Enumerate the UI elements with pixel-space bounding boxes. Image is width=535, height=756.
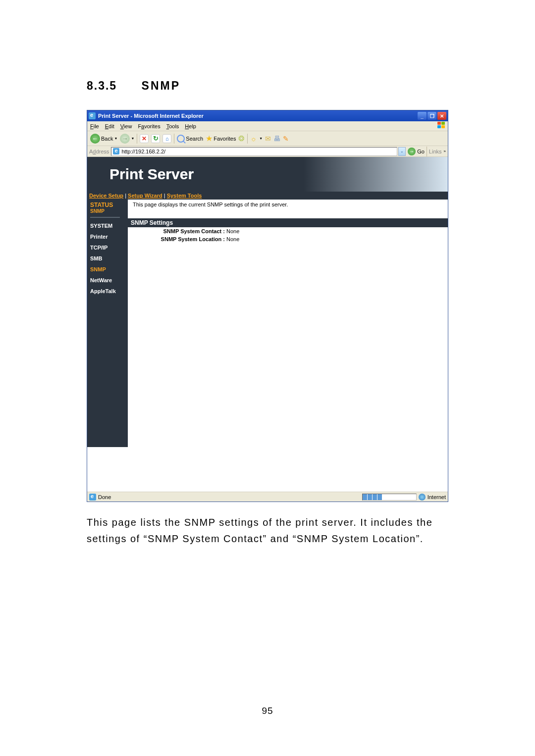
go-button[interactable]: → Go — [406, 148, 427, 155]
back-button[interactable]: ← Back ▼ — [90, 134, 117, 144]
contact-label: SNMP System Contact : — [131, 228, 225, 234]
status-right: Internet — [362, 494, 446, 501]
top-nav: Device Setup | Setup Wizard | System Too… — [87, 192, 448, 200]
separator-icon — [137, 134, 137, 144]
favorites-button[interactable]: ★ Favorites — [206, 134, 236, 143]
minimize-button[interactable]: _ — [418, 112, 427, 120]
description-text: This page displays the current SNMP sett… — [128, 200, 448, 209]
sidebar-item-tcpip[interactable]: TCP/IP — [90, 245, 125, 251]
menu-favorites[interactable]: Favorites — [138, 123, 160, 129]
close-button[interactable]: ✕ — [437, 112, 446, 120]
banner: Print Server — [87, 157, 448, 192]
section-heading: 8.3.5 SNMP — [87, 79, 471, 93]
search-icon — [177, 135, 185, 143]
window-titlebar: Print Server - Microsoft Internet Explor… — [87, 110, 448, 121]
edit-icon[interactable]: ✎ — [283, 135, 289, 143]
address-dropdown[interactable]: ⌄ — [398, 147, 406, 156]
caption-text: This page lists the SNMP settings of the… — [87, 514, 443, 547]
browser-window: Print Server - Microsoft Internet Explor… — [87, 110, 448, 502]
sidebar-item-snmp[interactable]: SNMP — [90, 266, 125, 272]
sidebar-header-status: STATUS — [90, 202, 125, 208]
print-icon[interactable]: 🖶 — [273, 135, 280, 143]
sidebar-item-printer[interactable]: Printer — [90, 234, 125, 240]
banner-title: Print Server — [109, 166, 194, 183]
forward-button[interactable]: →▼ — [120, 134, 134, 144]
main-area: STATUS SNMP SYSTEM Printer TCP/IP SMB SN… — [87, 200, 448, 447]
maximize-button[interactable]: ❐ — [428, 112, 436, 120]
home-button[interactable]: ⌂ — [162, 134, 171, 143]
window-buttons: _ ❐ ✕ — [418, 112, 446, 120]
menu-tools[interactable]: Tools — [166, 123, 179, 129]
sidebar: STATUS SNMP SYSTEM Printer TCP/IP SMB SN… — [87, 200, 128, 447]
menu-file[interactable]: File — [90, 123, 99, 129]
page-icon — [113, 148, 119, 154]
menu-bar: File Edit View Favorites Tools Help — [87, 121, 448, 131]
toolbar: ← Back ▼ →▼ ✕ ↻ ⌂ Search ★ Favorites ❂ ☼… — [87, 131, 448, 146]
links-label[interactable]: Links — [427, 149, 444, 154]
menu-edit[interactable]: Edit — [105, 123, 114, 129]
nav-system-tools[interactable]: System Tools — [167, 193, 202, 199]
titlebar-left: Print Server - Microsoft Internet Explor… — [89, 112, 204, 119]
menu-help[interactable]: Help — [185, 123, 196, 129]
history-icon[interactable]: ❂ — [238, 134, 245, 143]
content-pane: This page displays the current SNMP sett… — [128, 200, 448, 447]
row-location: SNMP System Location : None — [128, 235, 448, 243]
heading-title: SNMP — [142, 79, 180, 92]
go-icon: → — [408, 148, 416, 155]
blank-area — [87, 447, 448, 492]
windows-logo-icon — [437, 122, 446, 130]
address-input[interactable]: http://192.168.2.2/ — [111, 147, 397, 156]
sidebar-item-netware[interactable]: NetWare — [90, 277, 125, 283]
page-icon — [89, 494, 96, 501]
separator-icon — [174, 134, 174, 144]
chevron-icon[interactable]: » — [444, 149, 448, 153]
page-content: Print Server Device Setup | Setup Wizard… — [87, 157, 448, 492]
sidebar-item-system[interactable]: SYSTEM — [90, 223, 125, 229]
address-label: Address — [87, 149, 111, 154]
refresh-button[interactable]: ↻ — [151, 134, 160, 143]
status-left: Done — [89, 494, 111, 501]
search-label: Search — [186, 136, 203, 142]
sidebar-divider — [90, 217, 120, 218]
status-done: Done — [98, 494, 111, 500]
back-label: Back — [101, 136, 113, 142]
search-button[interactable]: Search — [177, 135, 203, 143]
location-value: None — [226, 236, 239, 242]
address-bar: Address http://192.168.2.2/ ⌄ → Go Links… — [87, 146, 448, 157]
go-label: Go — [417, 149, 425, 154]
mail-icon[interactable]: ✉ — [265, 135, 271, 143]
location-label: SNMP System Location : — [131, 236, 225, 242]
row-contact: SNMP System Contact : None — [128, 227, 448, 235]
ie-icon — [89, 112, 96, 119]
section-header: SNMP Settings — [128, 218, 448, 227]
stop-button[interactable]: ✕ — [140, 134, 149, 143]
menu-view[interactable]: View — [120, 123, 132, 129]
sidebar-header-sub: SNMP — [90, 208, 125, 214]
page-number: 95 — [262, 706, 273, 716]
url-text: http://192.168.2.2/ — [121, 149, 165, 154]
sidebar-item-appletalk[interactable]: AppleTalk — [90, 288, 125, 294]
sidebar-item-smb[interactable]: SMB — [90, 255, 125, 261]
separator-icon — [247, 134, 248, 144]
star-icon: ★ — [206, 134, 213, 143]
contact-value: None — [226, 228, 239, 234]
status-zone: Internet — [428, 494, 446, 500]
favorites-label: Favorites — [214, 136, 236, 142]
progress-bar — [362, 494, 417, 501]
status-bar: Done Internet — [87, 492, 448, 502]
media-icon[interactable]: ☼ — [250, 135, 257, 143]
window-title: Print Server - Microsoft Internet Explor… — [98, 113, 204, 119]
heading-number: 8.3.5 — [87, 79, 117, 93]
nav-setup-wizard[interactable]: Setup Wizard — [128, 193, 162, 199]
globe-icon — [419, 494, 426, 501]
nav-device-setup[interactable]: Device Setup — [89, 193, 123, 199]
